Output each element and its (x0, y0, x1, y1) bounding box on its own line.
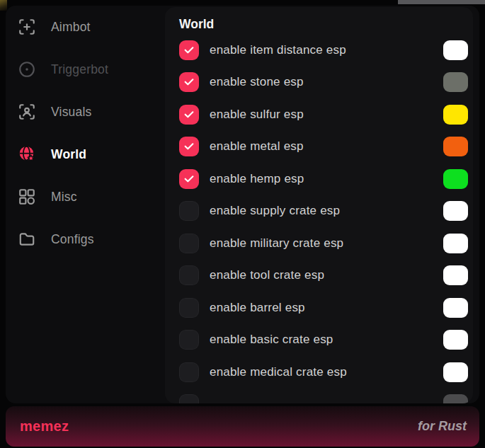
esp-label: enable stone esp (210, 75, 443, 89)
world-panel: World enable item distance esp enable st… (165, 7, 473, 403)
check-icon (183, 109, 195, 120)
sidebar-item-triggerbot[interactable]: Triggerbot (6, 48, 165, 91)
esp-color-swatch[interactable] (443, 394, 468, 403)
esp-row: enable basic crate esp (165, 324, 473, 357)
brand-bar: memez for Rust (6, 406, 479, 447)
sidebar-item-label: Visuals (51, 105, 92, 120)
esp-label: enable sulfur esp (210, 108, 443, 122)
esp-checkbox[interactable] (179, 169, 199, 189)
esp-label: enable hemp esp (210, 172, 443, 186)
target-icon (18, 60, 36, 79)
esp-row (165, 389, 473, 404)
check-icon (183, 76, 195, 88)
esp-label: enable tool crate esp (210, 268, 443, 282)
globe-icon (18, 145, 36, 163)
background-window-strip (398, 0, 485, 4)
esp-color-swatch[interactable] (443, 298, 468, 318)
sidebar-item-world[interactable]: World (6, 133, 165, 176)
esp-row: enable stone esp (165, 67, 473, 99)
esp-row: enable metal esp (165, 131, 473, 163)
esp-label: enable basic crate esp (210, 333, 443, 347)
esp-color-swatch[interactable] (443, 265, 468, 285)
check-icon (183, 45, 195, 56)
esp-label: enable supply crate esp (210, 204, 443, 218)
esp-checkbox[interactable] (179, 362, 199, 382)
esp-color-swatch[interactable] (443, 105, 468, 125)
sidebar-item-label: Configs (51, 232, 94, 247)
check-icon (183, 141, 195, 152)
cheat-menu-window: Aimbot Triggerbot Visuals World Misc Con… (6, 6, 479, 403)
brand-tagline: for Rust (418, 419, 467, 434)
esp-row: enable sulfur esp (165, 98, 473, 131)
esp-row: enable hemp esp (165, 163, 473, 195)
esp-row: enable barrel esp (165, 292, 473, 324)
esp-label: enable military crate esp (210, 236, 443, 251)
esp-row: enable military crate esp (165, 227, 473, 260)
esp-checkbox[interactable] (179, 394, 199, 403)
crosshair-icon (18, 18, 36, 36)
esp-row: enable tool crate esp (165, 260, 473, 292)
esp-checkbox[interactable] (179, 137, 199, 156)
esp-list: enable item distance esp enable stone es… (165, 34, 473, 403)
esp-row: enable item distance esp (165, 34, 473, 67)
person-scan-icon (18, 103, 36, 121)
esp-row: enable medical crate esp (165, 356, 473, 389)
sidebar-item-configs[interactable]: Configs (6, 218, 165, 260)
esp-color-swatch[interactable] (443, 201, 468, 221)
sidebar: Aimbot Triggerbot Visuals World Misc Con… (6, 6, 165, 260)
folder-icon (18, 230, 36, 248)
sidebar-item-label: Triggerbot (51, 62, 108, 77)
esp-color-swatch[interactable] (443, 169, 468, 189)
sidebar-item-label: World (51, 147, 86, 162)
esp-checkbox[interactable] (179, 201, 199, 221)
esp-color-swatch[interactable] (443, 362, 468, 382)
sidebar-item-misc[interactable]: Misc (6, 176, 165, 218)
panel-title: World (179, 17, 473, 31)
esp-label: enable barrel esp (210, 301, 443, 315)
esp-checkbox[interactable] (179, 330, 199, 350)
esp-row: enable supply crate esp (165, 195, 473, 228)
sidebar-item-label: Misc (51, 190, 77, 205)
esp-color-swatch[interactable] (443, 137, 468, 156)
sidebar-item-visuals[interactable]: Visuals (6, 91, 165, 133)
esp-checkbox[interactable] (179, 72, 199, 92)
esp-checkbox[interactable] (179, 40, 199, 60)
brand-name: memez (20, 418, 69, 435)
check-icon (183, 173, 195, 185)
grid-icon (18, 188, 36, 206)
sidebar-item-aimbot[interactable]: Aimbot (6, 6, 165, 48)
esp-color-swatch[interactable] (443, 40, 468, 60)
esp-color-swatch[interactable] (443, 330, 468, 350)
esp-color-swatch[interactable] (443, 234, 468, 253)
sidebar-item-label: Aimbot (51, 20, 91, 35)
esp-checkbox[interactable] (179, 265, 199, 285)
esp-checkbox[interactable] (179, 105, 199, 125)
esp-label: enable medical crate esp (210, 365, 443, 379)
esp-label: enable item distance esp (210, 43, 443, 57)
esp-checkbox[interactable] (179, 234, 199, 253)
esp-label: enable metal esp (210, 139, 443, 154)
esp-color-swatch[interactable] (443, 72, 468, 92)
esp-checkbox[interactable] (179, 298, 199, 318)
